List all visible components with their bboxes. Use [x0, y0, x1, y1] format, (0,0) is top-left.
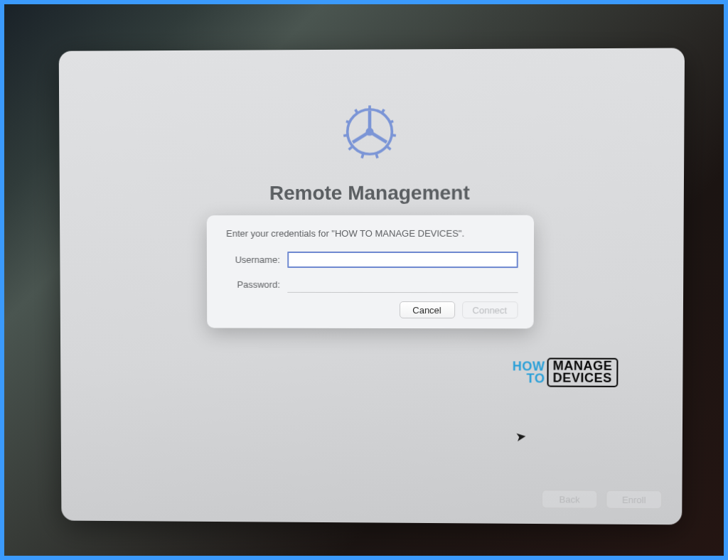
watermark-logo: HOW TO MANAGE DEVICES — [513, 357, 619, 387]
svg-line-14 — [346, 122, 350, 123]
username-label: Username: — [222, 254, 287, 265]
username-input[interactable] — [287, 252, 518, 268]
password-row: Password: — [222, 276, 518, 293]
svg-line-3 — [370, 131, 387, 142]
svg-line-9 — [387, 147, 390, 150]
svg-line-15 — [355, 109, 357, 113]
svg-line-7 — [389, 122, 393, 123]
watermark-right: MANAGE DEVICES — [547, 357, 618, 387]
watermark-devices: DEVICES — [553, 372, 613, 384]
dialog-prompt: Enter your credentials for "HOW TO MANAG… — [222, 228, 518, 239]
svg-line-12 — [348, 147, 352, 150]
page-title: Remote Management — [60, 181, 684, 205]
gear-icon — [333, 96, 405, 168]
svg-line-11 — [361, 154, 363, 158]
watermark-left: HOW TO — [513, 360, 545, 384]
enroll-button[interactable]: Enroll — [606, 490, 662, 509]
footer-button-row: Back Enroll — [542, 490, 662, 509]
cancel-button[interactable]: Cancel — [399, 301, 454, 318]
svg-line-13 — [343, 135, 348, 136]
back-button[interactable]: Back — [542, 490, 598, 508]
svg-line-4 — [353, 131, 370, 142]
password-input[interactable] — [287, 276, 518, 293]
svg-line-6 — [382, 109, 384, 113]
remote-management-window: Remote Management Enter your credentials… — [59, 48, 685, 524]
watermark-to: TO — [527, 372, 545, 384]
svg-line-8 — [392, 135, 396, 136]
svg-line-10 — [376, 154, 378, 158]
dialog-button-row: Cancel Connect — [222, 301, 518, 319]
password-label: Password: — [222, 279, 287, 290]
desktop-background: Remote Management Enter your credentials… — [4, 4, 724, 556]
credentials-dialog: Enter your credentials for "HOW TO MANAG… — [206, 215, 533, 329]
username-row: Username: — [222, 252, 518, 268]
connect-button[interactable]: Connect — [462, 301, 518, 318]
cursor-icon: ➤ — [515, 428, 528, 445]
